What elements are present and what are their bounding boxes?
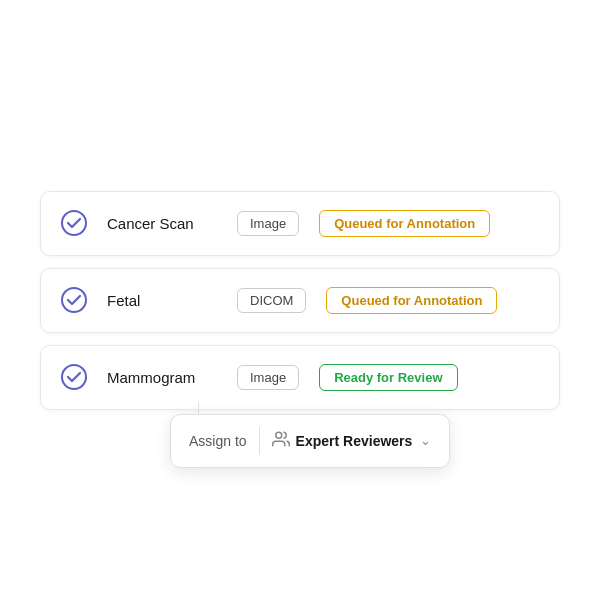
svg-point-3 [275,432,281,438]
svg-point-1 [62,288,86,312]
row-label-cancer-scan: Cancer Scan [107,215,217,232]
chevron-down-icon: ⌄ [420,433,431,448]
row-label-fetal: Fetal [107,292,217,309]
assign-value: Expert Reviewers [296,433,413,449]
table-row-cancer-scan[interactable]: Cancer ScanImageQueued for Annotation [40,191,560,256]
svg-point-0 [62,211,86,235]
checkbox-checked-icon[interactable] [61,210,87,236]
table-row-mammogram[interactable]: MammogramImageReady for Review [40,345,560,410]
assign-label: Assign to [189,433,247,449]
status-badge-cancer-scan: Queued for Annotation [319,210,490,237]
checkbox-checked-icon[interactable] [61,287,87,313]
type-badge-cancer-scan: Image [237,211,299,236]
users-icon [272,430,290,452]
svg-point-2 [62,365,86,389]
row-label-mammogram: Mammogram [107,369,217,386]
table-row-fetal[interactable]: FetalDICOMQueued for Annotation [40,268,560,333]
status-badge-fetal: Queued for Annotation [326,287,497,314]
checkbox-checked-icon[interactable] [61,364,87,390]
main-container: Cancer ScanImageQueued for Annotation Fe… [40,191,560,410]
status-badge-mammogram: Ready for Review [319,364,457,391]
divider [259,427,260,455]
assign-popup[interactable]: Assign to Expert Reviewers ⌄ [170,414,450,468]
type-badge-fetal: DICOM [237,288,306,313]
type-badge-mammogram: Image [237,365,299,390]
assign-group[interactable]: Expert Reviewers ⌄ [272,430,432,452]
